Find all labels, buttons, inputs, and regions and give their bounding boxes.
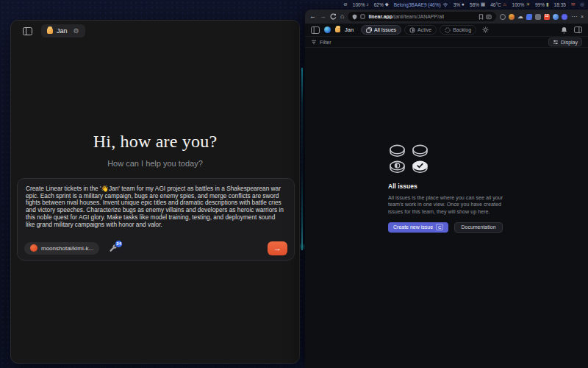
memory-icon: ▦: [481, 2, 485, 7]
bookmark-icon[interactable]: [478, 14, 484, 20]
empty-state-illustration: [388, 144, 520, 174]
reader-mode-icon[interactable]: [486, 14, 492, 20]
send-arrow-icon: →: [273, 244, 282, 252]
sidebar-toggle-button[interactable]: [21, 26, 34, 37]
temperature-indicator[interactable]: 46°C♨: [490, 2, 506, 7]
memory-value: 58%: [470, 2, 479, 7]
linear-header-actions: [561, 26, 582, 34]
battery-icon: ▮: [546, 2, 549, 7]
tools-button[interactable]: 24: [109, 244, 118, 253]
model-name: moonshotai/kimi-k...: [41, 245, 93, 252]
back-button[interactable]: ←: [309, 13, 316, 20]
gear-icon[interactable]: ⚙: [74, 27, 79, 35]
mic-value: 62%: [374, 2, 384, 7]
browser-toolbar: ← → ⌂ linear.app/janii/team/JANAPP/all ☁: [305, 10, 588, 24]
sidebar-toggle-icon: [23, 27, 32, 35]
model-provider-icon: [30, 244, 37, 252]
create-new-issue-label: Create new issue: [393, 224, 433, 230]
volume-indicator[interactable]: 100%♪: [353, 2, 369, 7]
view-options-icon[interactable]: [482, 26, 489, 33]
site-settings-icon[interactable]: [360, 14, 365, 19]
cpu-value: 3%: [453, 2, 460, 7]
empty-state-description: All issues is the place where you can se…: [388, 194, 516, 215]
linear-header: Jan All Issues Active: [305, 24, 588, 36]
chat-input-card[interactable]: Create Linear tickets in the '👋Jan' team…: [17, 178, 295, 261]
team-name: Jan: [57, 27, 68, 35]
greeting-subtitle: How can I help you today?: [11, 159, 299, 168]
wave-emoji-icon: [47, 28, 53, 34]
browser-close-icon[interactable]: ×: [581, 14, 584, 19]
filter-icon: [311, 40, 317, 45]
cpu-indicator[interactable]: 3%●: [453, 2, 465, 7]
documentation-label: Documentation: [461, 224, 495, 230]
workspace-avatar[interactable]: [324, 26, 331, 33]
display-button[interactable]: Display: [548, 38, 582, 46]
browser-menu-button[interactable]: ⋯: [571, 13, 577, 20]
extension-cloud-icon[interactable]: ☁: [517, 14, 523, 20]
globe-icon: ◎: [580, 2, 584, 7]
extension-photos-icon[interactable]: [535, 14, 541, 20]
extension-flag-icon[interactable]: [526, 14, 532, 20]
extension-alien-icon[interactable]: [562, 14, 567, 20]
brightness-icon: ☀: [526, 2, 530, 7]
mute-indicator[interactable]: ⊘: [343, 2, 347, 7]
create-shortcut-key: C: [436, 224, 443, 230]
clock[interactable]: 18:35: [554, 2, 566, 7]
tab-all-issues-label: All Issues: [374, 27, 396, 32]
shield-icon[interactable]: [352, 14, 357, 20]
todo-disc-icon: [388, 144, 406, 158]
address-bar-actions: [478, 14, 492, 20]
extension-badge12-icon[interactable]: 12: [544, 14, 550, 20]
browser-window: ← → ⌂ linear.app/janii/team/JANAPP/all ☁: [305, 10, 588, 368]
forward-button[interactable]: →: [320, 13, 326, 20]
volume-icon: ♪: [366, 2, 368, 7]
reload-button[interactable]: [330, 13, 337, 20]
extension-sphere-icon[interactable]: [553, 14, 559, 20]
tab-active[interactable]: Active: [404, 25, 437, 35]
model-selector[interactable]: moonshotai/kimi-k...: [24, 242, 99, 255]
url-path: /janii/team/JANAPP/all: [392, 14, 444, 19]
mute-icon: ⊘: [343, 2, 347, 7]
brightness-indicator[interactable]: 100%☀: [512, 2, 530, 7]
filter-button[interactable]: Filter: [320, 40, 331, 45]
wifi-network-name: Belong3BAAE9 (46%): [394, 2, 441, 7]
home-button[interactable]: ⌂: [340, 13, 344, 20]
jan-welcome: Hi, how are you? How can I help you toda…: [11, 132, 299, 168]
extension-colorwheel-icon[interactable]: [509, 14, 514, 20]
todo-disc-icon: [411, 144, 429, 158]
linear-sidebar-toggle-icon[interactable]: [311, 26, 320, 34]
url-text[interactable]: linear.app/janii/team/JANAPP/all: [368, 14, 444, 19]
memory-indicator[interactable]: 58%▦: [470, 2, 485, 7]
notifications-bell-icon[interactable]: [561, 26, 567, 34]
tab-all-issues[interactable]: All Issues: [361, 25, 401, 35]
mail-tray-item[interactable]: ✉: [571, 2, 575, 7]
linear-team-name[interactable]: Jan: [345, 26, 354, 33]
chat-input-controls: moonshotai/kimi-k... 24 →: [24, 241, 287, 255]
network-tray-item[interactable]: ◎: [580, 2, 584, 7]
tab-backlog[interactable]: Backlog: [440, 25, 476, 35]
extension-badge-number: 12: [545, 15, 548, 18]
wallpaper-glow: [301, 68, 303, 250]
tab-active-label: Active: [417, 27, 431, 32]
mic-indicator[interactable]: 62%◆: [374, 2, 389, 7]
wifi-indicator[interactable]: Belong3BAAE9 (46%): [394, 2, 448, 7]
view-tabs: All Issues Active Backlog: [361, 25, 476, 35]
url-host: linear.app: [368, 14, 392, 19]
create-new-issue-button[interactable]: Create new issue C: [388, 222, 448, 233]
extension-globe-icon[interactable]: [500, 14, 506, 20]
team-selector[interactable]: Jan ⚙: [41, 24, 85, 38]
wifi-icon: [442, 2, 448, 7]
right-panel-icon[interactable]: [574, 26, 582, 33]
linear-page: Jan All Issues Active: [305, 24, 588, 368]
chat-input-text[interactable]: Create Linear tickets in the '👋Jan' team…: [18, 179, 294, 228]
mic-icon: ◆: [385, 2, 389, 7]
send-button[interactable]: →: [268, 241, 287, 255]
temperature-value: 46°C: [490, 2, 501, 7]
battery-indicator[interactable]: 99%▮: [535, 2, 549, 7]
filter-bar: Filter Display: [305, 36, 588, 48]
display-sliders-icon: [553, 40, 559, 45]
volume-value: 100%: [353, 2, 365, 7]
display-button-label: Display: [561, 40, 578, 45]
address-bar[interactable]: linear.app/janii/team/JANAPP/all: [348, 12, 495, 21]
documentation-button[interactable]: Documentation: [454, 222, 502, 233]
